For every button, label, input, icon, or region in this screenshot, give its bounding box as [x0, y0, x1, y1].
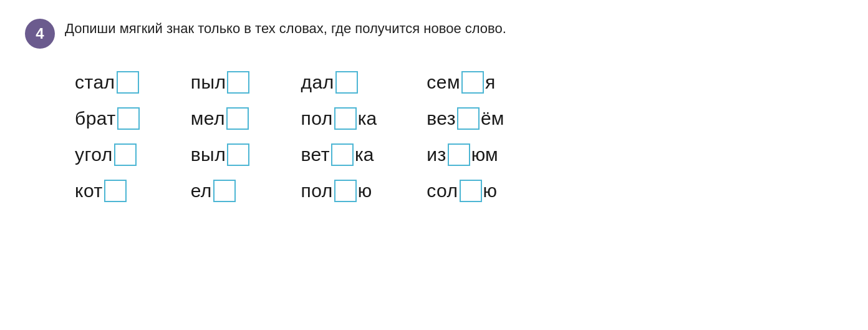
input-box[interactable]: [117, 107, 140, 130]
list-item: пол ка: [301, 104, 377, 133]
task-header: 4 Допиши мягкий знак только в тех словах…: [25, 19, 843, 49]
input-box[interactable]: [335, 71, 358, 94]
input-box[interactable]: [331, 143, 354, 166]
list-item: ел: [191, 176, 251, 206]
input-box[interactable]: [334, 107, 357, 130]
list-item: сем я: [427, 67, 504, 97]
list-item: мел: [191, 104, 251, 133]
input-box[interactable]: [213, 180, 236, 202]
list-item: брат: [75, 104, 141, 133]
input-box[interactable]: [227, 143, 249, 166]
input-box[interactable]: [114, 143, 137, 166]
column-4: сем я вез ём из юм сол ю: [389, 67, 516, 206]
input-box[interactable]: [457, 107, 480, 130]
task-instruction: Допиши мягкий знак только в тех словах, …: [65, 19, 506, 39]
task-container: 4 Допиши мягкий знак только в тех словах…: [25, 19, 843, 206]
list-item: вет ка: [301, 140, 377, 170]
task-number: 4: [25, 19, 55, 49]
input-box[interactable]: [460, 180, 482, 202]
input-box[interactable]: [227, 71, 249, 94]
column-1: стал брат угол кот: [62, 67, 153, 206]
input-box[interactable]: [448, 143, 470, 166]
input-box[interactable]: [104, 180, 127, 202]
list-item: вез ём: [427, 104, 504, 133]
input-box[interactable]: [461, 71, 484, 94]
list-item: из юм: [427, 140, 504, 170]
words-area: стал брат угол кот пыл мел: [62, 67, 843, 206]
list-item: пыл: [191, 67, 251, 97]
input-box[interactable]: [334, 180, 357, 202]
list-item: выл: [191, 140, 251, 170]
list-item: пол ю: [301, 176, 377, 206]
list-item: стал: [75, 67, 141, 97]
list-item: дал: [301, 67, 377, 97]
input-box[interactable]: [226, 107, 249, 130]
column-2: пыл мел выл ел: [153, 67, 264, 206]
input-box[interactable]: [117, 71, 139, 94]
list-item: кот: [75, 176, 141, 206]
list-item: сол ю: [427, 176, 504, 206]
list-item: угол: [75, 140, 141, 170]
column-3: дал пол ка вет ка пол ю: [263, 67, 389, 206]
